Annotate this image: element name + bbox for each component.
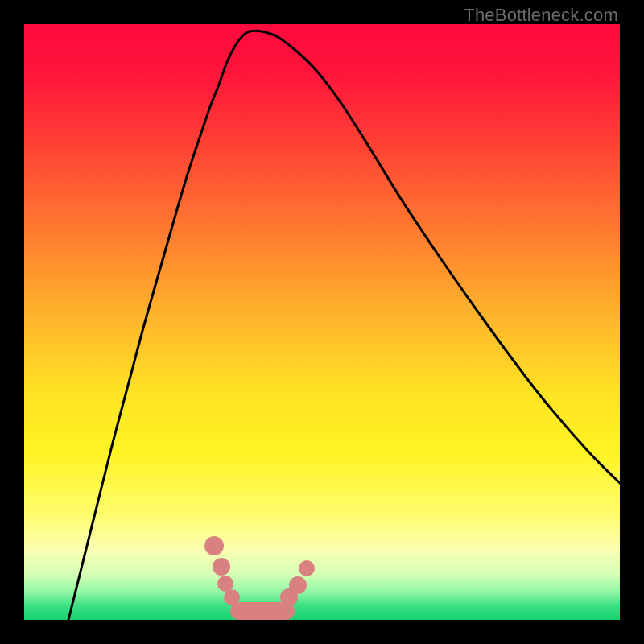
gradient-background (24, 24, 620, 620)
outer-frame: TheBottleneck.com (0, 0, 644, 644)
curve-marker (299, 560, 315, 576)
curve-marker (289, 576, 307, 594)
curve-marker (217, 576, 233, 592)
watermark-text: TheBottleneck.com (464, 5, 618, 26)
plot-area (24, 24, 620, 620)
curve-marker (204, 536, 224, 555)
curve-valley-band (230, 602, 295, 620)
curve-marker (213, 558, 230, 576)
chart-svg (24, 24, 620, 620)
